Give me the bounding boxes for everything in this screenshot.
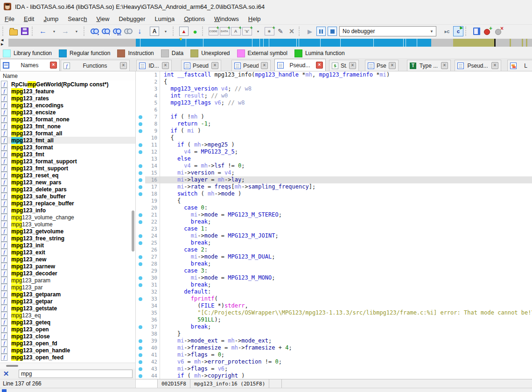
breakpoint-gutter[interactable] <box>136 253 145 260</box>
names-list-item[interactable]: fmpg123_info <box>0 207 135 214</box>
back-button[interactable]: ← <box>38 26 48 36</box>
breakpoint-gutter[interactable] <box>136 281 145 288</box>
breakpoint-gutter[interactable] <box>136 288 145 295</box>
debugger-stop-button[interactable] <box>327 26 337 36</box>
breakpoint-gutter[interactable] <box>136 92 145 99</box>
tab-pseud[interactable]: Pseud...× <box>365 60 399 71</box>
breakpoint-gutter[interactable] <box>136 337 145 344</box>
breakpoint-dot-icon[interactable] <box>139 297 142 301</box>
tab-pseud[interactable]: Pseud...× <box>274 59 326 71</box>
code-line[interactable]: 29 case 3: <box>136 267 532 274</box>
breakpoint-gutter[interactable] <box>136 99 145 106</box>
names-list-item[interactable]: fmpg123_delete_pars <box>0 186 135 193</box>
names-list-item[interactable]: fmpg123_safe_buffer <box>0 193 135 200</box>
code-line[interactable]: 27 mi->mode = MPG123_M_DUAL; <box>136 253 532 260</box>
names-list-item[interactable]: fmpg123_getvolume <box>0 228 135 235</box>
menu-search[interactable]: Search <box>63 14 91 23</box>
names-list-item[interactable]: fmpg123_getpar <box>0 298 135 305</box>
tab-close-icon[interactable]: × <box>120 62 127 69</box>
code-line[interactable]: 10 { <box>136 134 532 141</box>
search-text-button[interactable]: T <box>101 26 111 36</box>
tab-id[interactable]: ID...× <box>136 60 172 71</box>
code-line[interactable]: 32 default: <box>136 288 532 295</box>
names-list-item[interactable]: fmpg123_open_handle <box>0 347 135 354</box>
breakpoint-gutter[interactable] <box>136 85 145 92</box>
names-list-item[interactable]: fmpg123_getstate <box>0 305 135 312</box>
breakpoint-dot-icon[interactable] <box>139 367 142 371</box>
make-string-button[interactable]: 's'+ <box>242 26 252 36</box>
breakpoint-gutter[interactable] <box>136 267 145 274</box>
code-line[interactable]: 8 return -1; <box>136 120 532 127</box>
breakpoint-dot-icon[interactable] <box>139 171 142 175</box>
code-line[interactable]: 6 <box>136 106 532 113</box>
breakpoint-gutter[interactable] <box>136 134 145 141</box>
code-line[interactable]: 9 if ( mi ) <box>136 127 532 134</box>
breakpoint-gutter[interactable] <box>136 232 145 239</box>
forward-button[interactable]: → <box>60 26 70 36</box>
names-list-item[interactable]: fmpg123_rates <box>0 95 135 102</box>
code-line[interactable]: 23 case 1: <box>136 225 532 232</box>
code-line[interactable]: 12 v4 = MPG123_2_5; <box>136 148 532 155</box>
code-line[interactable]: 17 mi->rate = freqs[mh->sampling_frequen… <box>136 183 532 190</box>
breakpoint-gutter[interactable] <box>136 120 145 127</box>
breakpoint-gutter[interactable] <box>136 239 145 246</box>
breakpoint-gutter[interactable] <box>136 372 145 379</box>
names-column-header[interactable]: Name <box>0 71 135 81</box>
menu-options[interactable]: Options <box>179 14 210 23</box>
names-list-item[interactable]: fmpg123_fmt_none <box>0 123 135 130</box>
tab-close-icon[interactable]: × <box>316 62 323 69</box>
breakpoint-gutter[interactable] <box>136 211 145 218</box>
code-line[interactable]: 7 if ( !mh ) <box>136 113 532 120</box>
menu-file[interactable]: File <box>0 14 19 23</box>
names-list-item[interactable]: fmpg123_replace_buffer <box>0 200 135 207</box>
breakpoint-gutter[interactable] <box>136 106 145 113</box>
names-list-item[interactable]: fmpg123_format <box>0 144 135 151</box>
names-list-item[interactable]: fmpg123_open <box>0 326 135 333</box>
breakpoint-dot-icon[interactable] <box>139 234 142 238</box>
breakpoint-gutter[interactable] <box>136 302 145 309</box>
breakpoint-dot-icon[interactable] <box>139 213 142 217</box>
open-file-button[interactable] <box>8 26 19 36</box>
code-line[interactable]: 36 591LL); <box>136 316 532 323</box>
problems-button[interactable]: ▲ <box>179 26 189 36</box>
navband-right-arrow-icon[interactable]: ▶ <box>1 42 7 46</box>
breakpoint-gutter[interactable] <box>136 309 145 316</box>
breakpoint-gutter[interactable] <box>136 246 145 253</box>
code-line[interactable]: 13 else <box>136 155 532 162</box>
menu-lumina[interactable]: Lumina <box>150 14 180 23</box>
names-list-item[interactable]: fmpg123_open_fd <box>0 340 135 347</box>
navband-scroll-arrows[interactable]: ◀ ▶ <box>1 38 7 48</box>
tab-close-icon[interactable]: × <box>211 62 218 69</box>
names-list-item[interactable]: fmpg123_param <box>0 277 135 284</box>
text-representation-dropdown[interactable]: ▼ <box>161 26 171 36</box>
breakpoint-dot-icon[interactable] <box>139 339 142 343</box>
breakpoint-gutter[interactable] <box>136 316 145 323</box>
menu-edit[interactable]: Edit <box>19 14 39 23</box>
breakpoint-gutter[interactable] <box>136 323 145 330</box>
breakpoint-dot-icon[interactable] <box>139 353 142 357</box>
names-list-item[interactable]: fmpg123_encodings <box>0 102 135 109</box>
tab-functions[interactable]: fFunctions× <box>61 60 130 71</box>
breakpoint-dot-icon[interactable] <box>139 143 142 147</box>
make-data-button[interactable]: DATA+ <box>219 26 230 36</box>
breakpoint-dot-icon[interactable] <box>139 122 142 126</box>
navband-segment[interactable] <box>511 39 522 47</box>
code-line[interactable]: 40 mi->framesize = mh->framesize + 4; <box>136 344 532 351</box>
names-list-item[interactable]: fmpg123_encsize <box>0 109 135 116</box>
names-list-item[interactable]: fmpg123_feature <box>0 88 135 95</box>
delete-breakpoint-button[interactable] <box>494 26 504 36</box>
names-vertical-scrollbar[interactable] <box>132 210 134 252</box>
breakpoint-gutter[interactable] <box>136 204 145 211</box>
breakpoint-dot-icon[interactable] <box>139 283 142 287</box>
breakpoint-gutter[interactable] <box>136 295 145 302</box>
breakpoint-gutter[interactable] <box>136 330 145 337</box>
breakpoint-dot-icon[interactable] <box>139 129 142 133</box>
run-to-c-button[interactable]: c <box>453 26 463 36</box>
breakpoint-gutter[interactable] <box>136 113 145 120</box>
tab-pseud[interactable]: Pseud...× <box>181 60 221 71</box>
breakpoint-gutter[interactable] <box>136 358 145 365</box>
code-line[interactable]: 41 mi->flags = 0; <box>136 351 532 358</box>
code-line[interactable]: 2{ <box>136 78 532 85</box>
breakpoint-dot-icon[interactable] <box>139 346 142 350</box>
names-list-item[interactable]: fmpg123_format_none <box>0 116 135 123</box>
